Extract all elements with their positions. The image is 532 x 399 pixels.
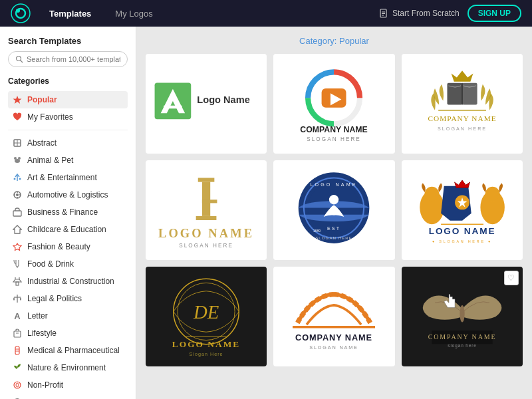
sidebar-item-lifestyle[interactable]: Lifestyle — [8, 325, 128, 342]
abstract-icon — [12, 138, 23, 148]
svg-rect-59 — [202, 182, 210, 216]
sidebar-item-nonprofit[interactable]: Non-Profit — [8, 376, 128, 394]
svg-text:LOGO NAME: LOGO NAME — [311, 182, 358, 188]
svg-text:LOGO NAME: LOGO NAME — [158, 227, 254, 240]
svg-line-8 — [21, 61, 23, 63]
auto-icon — [12, 190, 23, 200]
signup-button[interactable]: SIGN UP — [467, 5, 521, 22]
sidebar-item-auto[interactable]: Automotive & Logistics — [8, 186, 128, 203]
svg-text:LOGO NAME: LOGO NAME — [172, 339, 241, 349]
sidebar-item-letter[interactable]: ALetter — [8, 307, 128, 325]
sidebar-item-popular[interactable]: Popular — [8, 91, 128, 108]
animal-icon — [12, 155, 23, 166]
header-right: Start From Scratch SIGN UP — [379, 5, 521, 22]
svg-text:1889: 1889 — [313, 229, 321, 233]
start-from-scratch-button[interactable]: Start From Scratch — [379, 9, 460, 18]
sidebar-item-industrial[interactable]: Industrial & Construction — [8, 273, 128, 290]
svg-marker-25 — [13, 225, 21, 233]
svg-point-73 — [424, 186, 439, 201]
svg-point-17 — [19, 178, 21, 180]
svg-text:slogan here: slogan here — [448, 343, 476, 348]
medical-icon — [12, 345, 23, 356]
svg-rect-37 — [15, 346, 19, 354]
sidebar-item-nature[interactable]: Nature & Environment — [8, 359, 128, 376]
category-label: Animal & Pet — [27, 156, 73, 165]
logo-card[interactable]: LOGO NAME EST 1889 SLOGAN HERE — [273, 160, 394, 260]
legal-icon — [12, 293, 23, 304]
wishlist-button[interactable]: ♡ — [504, 271, 519, 285]
svg-text:COMPANY NAME: COMPANY NAME — [295, 332, 372, 342]
lifestyle-icon — [12, 328, 23, 338]
sidebar: Search Templates Categories PopularMy Fa… — [0, 27, 136, 399]
fashion-icon — [12, 241, 23, 252]
svg-point-67 — [329, 195, 338, 204]
search-box[interactable] — [8, 51, 128, 67]
svg-text:COMPANY NAME: COMPANY NAME — [428, 115, 496, 123]
logo-card[interactable]: ♡ COMPANY NAME slogan here — [402, 267, 523, 366]
favorites-icon — [12, 112, 23, 122]
category-title: Category: Popular — [146, 36, 523, 46]
sidebar-item-animal[interactable]: Animal & Pet — [8, 152, 128, 169]
header: Templates My Logos Start From Scratch SI… — [0, 0, 532, 27]
category-label: Legal & Politics — [27, 294, 82, 303]
svg-marker-51 — [451, 71, 473, 82]
svg-rect-24 — [13, 211, 21, 216]
sidebar-item-abstract[interactable]: Abstract — [8, 134, 128, 152]
logo-card[interactable]: DE LOGO NAME Slogan Here — [146, 267, 267, 366]
nonprofit-icon — [12, 380, 23, 390]
nav-templates[interactable]: Templates — [44, 6, 96, 21]
svg-marker-29 — [13, 279, 21, 282]
industrial-icon — [12, 276, 23, 287]
sidebar-item-sports[interactable]: Sports & Fitness — [8, 394, 128, 399]
category-label: Food & Drink — [27, 259, 74, 269]
svg-point-0 — [11, 4, 30, 23]
document-icon — [379, 9, 388, 18]
svg-text:SLOGAN HERE: SLOGAN HERE — [438, 126, 487, 132]
search-icon — [15, 55, 23, 63]
svg-text:SLOGAN HERE: SLOGAN HERE — [179, 243, 233, 249]
svg-point-16 — [14, 178, 16, 180]
logo-card[interactable]: Logo Name — [146, 54, 267, 154]
logo-card[interactable]: COMPANY NAME SLOGAN HERE — [402, 54, 523, 154]
nature-icon — [12, 362, 23, 373]
sidebar-item-childcare[interactable]: Childcare & Education — [8, 221, 128, 238]
category-label: Automotive & Logistics — [27, 190, 108, 200]
categories-list: PopularMy FavoritesAbstractAnimal & PetA… — [8, 91, 128, 399]
svg-point-15 — [18, 157, 21, 160]
sidebar-item-legal[interactable]: Legal & Politics — [8, 290, 128, 307]
logo-card[interactable]: LOGO NAME ● SLOGAN HERE ● — [402, 160, 523, 260]
svg-marker-9 — [13, 96, 22, 104]
svg-text:SLOGAN HERE: SLOGAN HERE — [316, 235, 353, 240]
svg-text:LOGO NAME: LOGO NAME — [429, 226, 496, 236]
sidebar-item-fashion[interactable]: Fashion & Beauty — [8, 238, 128, 255]
category-label: Childcare & Education — [27, 225, 106, 234]
logo-card[interactable]: LOGO NAME SLOGAN HERE — [146, 160, 267, 260]
svg-rect-35 — [14, 331, 21, 337]
search-templates-label: Search Templates — [8, 36, 128, 46]
category-label: Non-Profit — [27, 380, 63, 390]
sidebar-item-favorites[interactable]: My Favorites — [8, 108, 128, 126]
sidebar-item-art[interactable]: Art & Entertainment — [8, 169, 128, 186]
svg-text:A: A — [14, 311, 21, 321]
categories-label: Categories — [8, 76, 128, 86]
app-logo[interactable] — [11, 3, 31, 23]
sidebar-item-business[interactable]: Business & Finance — [8, 203, 128, 221]
sidebar-item-food[interactable]: Food & Drink — [8, 255, 128, 273]
svg-point-7 — [17, 57, 21, 61]
svg-point-93 — [460, 305, 464, 323]
svg-text:Logo Name: Logo Name — [197, 94, 249, 104]
search-input[interactable] — [27, 55, 120, 63]
art-icon — [12, 172, 23, 183]
sidebar-item-medical[interactable]: Medical & Pharmaceutical — [8, 342, 128, 359]
logo-card[interactable]: COMPANY NAME SLOGAN NAME — [273, 267, 394, 366]
category-label: Letter — [27, 311, 48, 321]
scratch-label: Start From Scratch — [392, 9, 460, 18]
nav-my-logos[interactable]: My Logos — [110, 6, 158, 21]
main-content: Category: Popular Logo Name — [136, 27, 532, 399]
svg-text:Slogan Here: Slogan Here — [190, 352, 223, 357]
svg-point-14 — [14, 157, 17, 160]
category-label: Business & Finance — [27, 207, 98, 217]
svg-marker-26 — [13, 243, 21, 251]
logo-card[interactable]: COMPANY NAME SLOGAN HERE — [273, 54, 394, 154]
popular-icon — [12, 94, 23, 105]
